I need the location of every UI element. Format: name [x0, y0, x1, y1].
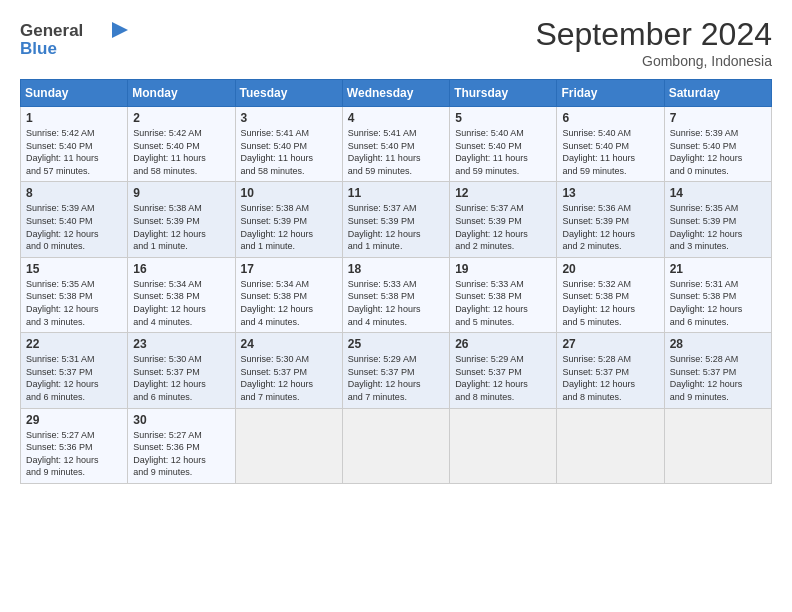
cell-3-1: 23Sunrise: 5:30 AMSunset: 5:37 PMDayligh… — [128, 333, 235, 408]
cell-2-4: 19Sunrise: 5:33 AMSunset: 5:38 PMDayligh… — [450, 257, 557, 332]
cell-2-0: 15Sunrise: 5:35 AMSunset: 5:38 PMDayligh… — [21, 257, 128, 332]
day-number: 19 — [455, 262, 551, 276]
day-number: 6 — [562, 111, 658, 125]
day-info: Sunrise: 5:41 AMSunset: 5:40 PMDaylight:… — [348, 127, 444, 177]
cell-4-0: 29Sunrise: 5:27 AMSunset: 5:36 PMDayligh… — [21, 408, 128, 483]
day-info: Sunrise: 5:40 AMSunset: 5:40 PMDaylight:… — [455, 127, 551, 177]
calendar-table: Sunday Monday Tuesday Wednesday Thursday… — [20, 79, 772, 484]
cell-1-5: 13Sunrise: 5:36 AMSunset: 5:39 PMDayligh… — [557, 182, 664, 257]
day-number: 13 — [562, 186, 658, 200]
cell-2-2: 17Sunrise: 5:34 AMSunset: 5:38 PMDayligh… — [235, 257, 342, 332]
cell-4-5 — [557, 408, 664, 483]
day-info: Sunrise: 5:31 AMSunset: 5:38 PMDaylight:… — [670, 278, 766, 328]
day-number: 3 — [241, 111, 337, 125]
day-number: 8 — [26, 186, 122, 200]
week-row-3: 15Sunrise: 5:35 AMSunset: 5:38 PMDayligh… — [21, 257, 772, 332]
cell-2-1: 16Sunrise: 5:34 AMSunset: 5:38 PMDayligh… — [128, 257, 235, 332]
cell-4-4 — [450, 408, 557, 483]
day-info: Sunrise: 5:35 AMSunset: 5:38 PMDaylight:… — [26, 278, 122, 328]
day-info: Sunrise: 5:31 AMSunset: 5:37 PMDaylight:… — [26, 353, 122, 403]
day-number: 1 — [26, 111, 122, 125]
cell-1-0: 8Sunrise: 5:39 AMSunset: 5:40 PMDaylight… — [21, 182, 128, 257]
day-info: Sunrise: 5:27 AMSunset: 5:36 PMDaylight:… — [26, 429, 122, 479]
day-number: 26 — [455, 337, 551, 351]
day-info: Sunrise: 5:37 AMSunset: 5:39 PMDaylight:… — [455, 202, 551, 252]
day-number: 30 — [133, 413, 229, 427]
day-number: 25 — [348, 337, 444, 351]
day-info: Sunrise: 5:35 AMSunset: 5:39 PMDaylight:… — [670, 202, 766, 252]
day-info: Sunrise: 5:33 AMSunset: 5:38 PMDaylight:… — [348, 278, 444, 328]
day-info: Sunrise: 5:36 AMSunset: 5:39 PMDaylight:… — [562, 202, 658, 252]
cell-2-6: 21Sunrise: 5:31 AMSunset: 5:38 PMDayligh… — [664, 257, 771, 332]
col-saturday: Saturday — [664, 80, 771, 107]
day-number: 17 — [241, 262, 337, 276]
week-row-2: 8Sunrise: 5:39 AMSunset: 5:40 PMDaylight… — [21, 182, 772, 257]
day-info: Sunrise: 5:38 AMSunset: 5:39 PMDaylight:… — [133, 202, 229, 252]
day-number: 16 — [133, 262, 229, 276]
day-number: 27 — [562, 337, 658, 351]
day-number: 20 — [562, 262, 658, 276]
cell-1-1: 9Sunrise: 5:38 AMSunset: 5:39 PMDaylight… — [128, 182, 235, 257]
day-info: Sunrise: 5:42 AMSunset: 5:40 PMDaylight:… — [133, 127, 229, 177]
svg-marker-1 — [112, 22, 128, 38]
cell-1-4: 12Sunrise: 5:37 AMSunset: 5:39 PMDayligh… — [450, 182, 557, 257]
cell-4-3 — [342, 408, 449, 483]
col-thursday: Thursday — [450, 80, 557, 107]
day-info: Sunrise: 5:28 AMSunset: 5:37 PMDaylight:… — [670, 353, 766, 403]
col-sunday: Sunday — [21, 80, 128, 107]
day-number: 18 — [348, 262, 444, 276]
month-year: September 2024 — [535, 16, 772, 53]
day-info: Sunrise: 5:39 AMSunset: 5:40 PMDaylight:… — [670, 127, 766, 177]
day-info: Sunrise: 5:41 AMSunset: 5:40 PMDaylight:… — [241, 127, 337, 177]
week-row-1: 1Sunrise: 5:42 AMSunset: 5:40 PMDaylight… — [21, 107, 772, 182]
col-tuesday: Tuesday — [235, 80, 342, 107]
col-wednesday: Wednesday — [342, 80, 449, 107]
cell-3-0: 22Sunrise: 5:31 AMSunset: 5:37 PMDayligh… — [21, 333, 128, 408]
day-number: 15 — [26, 262, 122, 276]
logo-svg: General Blue — [20, 16, 130, 60]
day-number: 24 — [241, 337, 337, 351]
logo: General Blue — [20, 16, 130, 60]
day-number: 10 — [241, 186, 337, 200]
cell-2-5: 20Sunrise: 5:32 AMSunset: 5:38 PMDayligh… — [557, 257, 664, 332]
day-info: Sunrise: 5:32 AMSunset: 5:38 PMDaylight:… — [562, 278, 658, 328]
cell-3-6: 28Sunrise: 5:28 AMSunset: 5:37 PMDayligh… — [664, 333, 771, 408]
day-number: 22 — [26, 337, 122, 351]
calendar-body: 1Sunrise: 5:42 AMSunset: 5:40 PMDaylight… — [21, 107, 772, 484]
cell-4-1: 30Sunrise: 5:27 AMSunset: 5:36 PMDayligh… — [128, 408, 235, 483]
cell-0-2: 3Sunrise: 5:41 AMSunset: 5:40 PMDaylight… — [235, 107, 342, 182]
cell-4-2 — [235, 408, 342, 483]
cell-1-6: 14Sunrise: 5:35 AMSunset: 5:39 PMDayligh… — [664, 182, 771, 257]
week-row-4: 22Sunrise: 5:31 AMSunset: 5:37 PMDayligh… — [21, 333, 772, 408]
cell-0-0: 1Sunrise: 5:42 AMSunset: 5:40 PMDaylight… — [21, 107, 128, 182]
cell-0-6: 7Sunrise: 5:39 AMSunset: 5:40 PMDaylight… — [664, 107, 771, 182]
col-monday: Monday — [128, 80, 235, 107]
day-info: Sunrise: 5:28 AMSunset: 5:37 PMDaylight:… — [562, 353, 658, 403]
day-info: Sunrise: 5:38 AMSunset: 5:39 PMDaylight:… — [241, 202, 337, 252]
day-info: Sunrise: 5:42 AMSunset: 5:40 PMDaylight:… — [26, 127, 122, 177]
page-container: General Blue September 2024 Gombong, Ind… — [0, 0, 792, 496]
cell-2-3: 18Sunrise: 5:33 AMSunset: 5:38 PMDayligh… — [342, 257, 449, 332]
cell-1-3: 11Sunrise: 5:37 AMSunset: 5:39 PMDayligh… — [342, 182, 449, 257]
cell-0-1: 2Sunrise: 5:42 AMSunset: 5:40 PMDaylight… — [128, 107, 235, 182]
day-info: Sunrise: 5:34 AMSunset: 5:38 PMDaylight:… — [241, 278, 337, 328]
header-row: Sunday Monday Tuesday Wednesday Thursday… — [21, 80, 772, 107]
col-friday: Friday — [557, 80, 664, 107]
cell-4-6 — [664, 408, 771, 483]
cell-3-3: 25Sunrise: 5:29 AMSunset: 5:37 PMDayligh… — [342, 333, 449, 408]
svg-text:Blue: Blue — [20, 39, 57, 58]
day-number: 7 — [670, 111, 766, 125]
cell-3-4: 26Sunrise: 5:29 AMSunset: 5:37 PMDayligh… — [450, 333, 557, 408]
day-number: 12 — [455, 186, 551, 200]
day-info: Sunrise: 5:33 AMSunset: 5:38 PMDaylight:… — [455, 278, 551, 328]
cell-0-5: 6Sunrise: 5:40 AMSunset: 5:40 PMDaylight… — [557, 107, 664, 182]
cell-1-2: 10Sunrise: 5:38 AMSunset: 5:39 PMDayligh… — [235, 182, 342, 257]
cell-0-4: 5Sunrise: 5:40 AMSunset: 5:40 PMDaylight… — [450, 107, 557, 182]
day-info: Sunrise: 5:29 AMSunset: 5:37 PMDaylight:… — [348, 353, 444, 403]
day-number: 21 — [670, 262, 766, 276]
day-info: Sunrise: 5:30 AMSunset: 5:37 PMDaylight:… — [241, 353, 337, 403]
day-info: Sunrise: 5:30 AMSunset: 5:37 PMDaylight:… — [133, 353, 229, 403]
day-number: 29 — [26, 413, 122, 427]
day-number: 14 — [670, 186, 766, 200]
day-info: Sunrise: 5:37 AMSunset: 5:39 PMDaylight:… — [348, 202, 444, 252]
